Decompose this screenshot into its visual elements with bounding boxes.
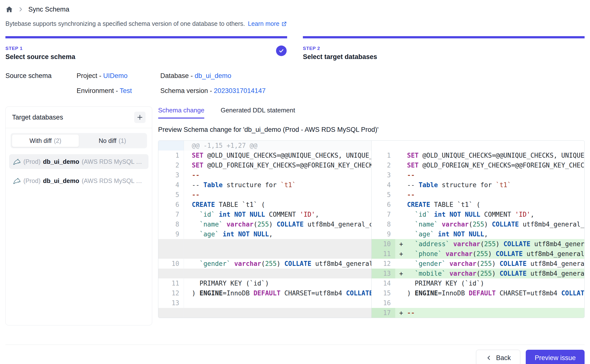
diff-row-source	[158, 308, 371, 318]
source-environment-field: Environment - Test	[77, 87, 160, 95]
diff-hunk-header-spacer	[372, 141, 584, 151]
tab-with-diff[interactable]: With diff (2)	[12, 134, 79, 147]
diff-row-source: 2SET @OLD_FOREIGN_KEY_CHECKS=@@FOREIGN_K…	[158, 160, 371, 170]
diff-row-source: 12) ENGINE=InnoDB DEFAULT CHARSET=utf8mb…	[158, 288, 371, 298]
tab-no-diff[interactable]: No diff (1)	[79, 134, 146, 147]
diff-row-target: 11+ `phone` varchar(255) COLLATE utf8mb4…	[372, 249, 584, 259]
line-marker	[395, 229, 407, 239]
line-marker	[395, 278, 407, 288]
step-2: STEP 2 Select target databases	[303, 36, 585, 61]
diff-row-source: 1SET @OLD_UNIQUE_CHECKS=@@UNIQUE_CHECKS,…	[158, 151, 371, 160]
diff-row-target: 3--	[372, 170, 584, 180]
step-1: STEP 1 Select source schema	[5, 36, 287, 61]
diff-row-target: 6CREATE TABLE `t1` (	[372, 200, 584, 210]
diff-row-target: 14 PRIMARY KEY (`id`)	[372, 278, 584, 288]
added-line-marker: +	[395, 269, 407, 278]
tab-generated-ddl[interactable]: Generated DDL statement	[221, 106, 295, 119]
diff-row-target: 5--	[372, 190, 584, 200]
tab-schema-change[interactable]: Schema change	[158, 106, 204, 119]
source-schema-version-field: Schema version - 20230317014147	[160, 87, 266, 95]
diff-row-source: 4-- Table structure for `t1`	[158, 180, 371, 190]
line-marker	[395, 259, 407, 269]
step-progress: STEP 1 Select source schema STEP 2 Selec…	[5, 36, 585, 61]
description-text: Bytebase supports synchronizing a specif…	[5, 20, 245, 27]
diff-row-target: 17+--	[372, 308, 584, 318]
plus-icon	[137, 114, 143, 121]
diff-row-source: 9 `age` int NOT NULL,	[158, 229, 371, 239]
source-project-field: Project - UIDemo	[77, 72, 160, 80]
diff-row-target: 13+ `mobile` varchar(255) COLLATE utf8mb…	[372, 269, 584, 278]
target-database-list: (Prod) db_ui_demo (AWS RDS MySQL Prod) (…	[6, 151, 152, 191]
page-title: Sync Schema	[28, 6, 69, 13]
learn-more-link[interactable]: Learn more	[248, 20, 287, 27]
with-diff-count: (2)	[54, 137, 62, 144]
line-marker	[395, 151, 407, 160]
page: Sync Schema Bytebase supports synchroniz…	[0, 0, 590, 364]
diff-row-target: 1SET @OLD_UNIQUE_CHECKS=@@UNIQUE_CHECKS,…	[372, 151, 584, 160]
diff-row-target: 7 `id` int NOT NULL COMMENT 'ID',	[372, 210, 584, 219]
diff-row-source	[158, 269, 371, 278]
database-list-item[interactable]: (Prod) db_ui_demo (AWS RDS MySQL Prod)	[9, 154, 148, 169]
line-marker	[395, 170, 407, 180]
add-target-database-button[interactable]	[134, 112, 146, 123]
diff-row-source: 10 `gender` varchar(255) COLLATE utf8mb4…	[158, 259, 371, 269]
diff-row-target: 8 `name` varchar(255) COLLATE utf8mb4_ge…	[372, 219, 584, 229]
source-schema-label: Source schema	[5, 72, 77, 95]
diff-row-source	[158, 249, 371, 259]
line-marker	[395, 200, 407, 210]
preview-issue-button[interactable]: Preview issue	[526, 350, 585, 364]
diff-pane-target: 1SET @OLD_UNIQUE_CHECKS=@@UNIQUE_CHECKS,…	[371, 141, 584, 318]
source-database-field: Database - db_ui_demo	[160, 72, 266, 80]
step-2-title: Select target databases	[303, 53, 585, 61]
page-description: Bytebase supports synchronizing a specif…	[5, 20, 585, 27]
diff-filter-tabs: With diff (2) No diff (1)	[11, 133, 147, 148]
database-link[interactable]: db_ui_demo	[195, 72, 231, 79]
diff-pane-source: @@ -1,15 +1,27 @@ 1SET @OLD_UNIQUE_CHECK…	[158, 141, 371, 318]
diff-row-target: 10+ `address` varchar(255) COLLATE utf8m…	[372, 239, 584, 249]
added-line-marker: +	[395, 249, 407, 259]
line-marker	[395, 210, 407, 219]
project-link[interactable]: UIDemo	[103, 72, 128, 79]
breadcrumb: Sync Schema	[5, 4, 585, 15]
diff-row-source: 13	[158, 298, 371, 308]
mysql-dolphin-icon	[13, 157, 21, 166]
line-marker	[395, 190, 407, 200]
preview-section: Schema change Generated DDL statement Pr…	[158, 106, 585, 318]
step-1-label: STEP 1	[5, 46, 287, 51]
line-marker	[395, 180, 407, 190]
diff-row-source: 3--	[158, 170, 371, 180]
step-2-bar	[303, 36, 585, 38]
check-icon	[278, 48, 284, 54]
diff-row-source: 8 `name` varchar(255) COLLATE utf8mb4_ge…	[158, 219, 371, 229]
diff-row-target: 12 `gender` varchar(255) COLLATE utf8mb4…	[372, 259, 584, 269]
schema-version-link[interactable]: 20230317014147	[214, 87, 266, 94]
diff-row-source: 6CREATE TABLE `t1` (	[158, 200, 371, 210]
diff-row-source	[158, 239, 371, 249]
step-1-bar	[5, 36, 287, 38]
diff-row-target: 9 `age` int NOT NULL,	[372, 229, 584, 239]
added-line-marker: +	[395, 239, 407, 249]
footer-actions: Back Preview issue	[5, 345, 585, 364]
diff-row-target: 4-- Table structure for `t1`	[372, 180, 584, 190]
back-button[interactable]: Back	[476, 350, 520, 364]
diff-row-source: 11 PRIMARY KEY (`id`)	[158, 278, 371, 288]
step-2-label: STEP 2	[303, 46, 585, 51]
line-marker	[395, 160, 407, 170]
environment-link[interactable]: Test	[120, 87, 132, 94]
diff-hunk-header: @@ -1,15 +1,27 @@	[158, 141, 371, 151]
diff-row-source: 5--	[158, 190, 371, 200]
database-list-item[interactable]: (Prod) db_ui_demo (AWS RDS MySQL Prod)	[9, 173, 148, 188]
preview-tabs: Schema change Generated DDL statement	[158, 106, 585, 119]
line-marker	[395, 298, 407, 308]
chevron-left-icon	[486, 355, 492, 361]
chevron-right-icon	[17, 6, 24, 13]
mysql-dolphin-icon	[13, 177, 21, 185]
schema-diff-viewer: @@ -1,15 +1,27 @@ 1SET @OLD_UNIQUE_CHECK…	[158, 140, 585, 318]
home-icon[interactable]	[5, 6, 13, 13]
diff-row-target: 15) ENGINE=InnoDB DEFAULT CHARSET=utf8mb…	[372, 288, 584, 298]
step-1-completed-badge	[276, 46, 287, 56]
line-marker	[395, 219, 407, 229]
diff-row-source: 7 `id` int NOT NULL COMMENT 'ID',	[158, 210, 371, 219]
source-schema-section: Source schema Project - UIDemo Environme…	[5, 72, 585, 95]
diff-row-target: 2SET @OLD_FOREIGN_KEY_CHECKS=@@FOREIGN_K…	[372, 160, 584, 170]
